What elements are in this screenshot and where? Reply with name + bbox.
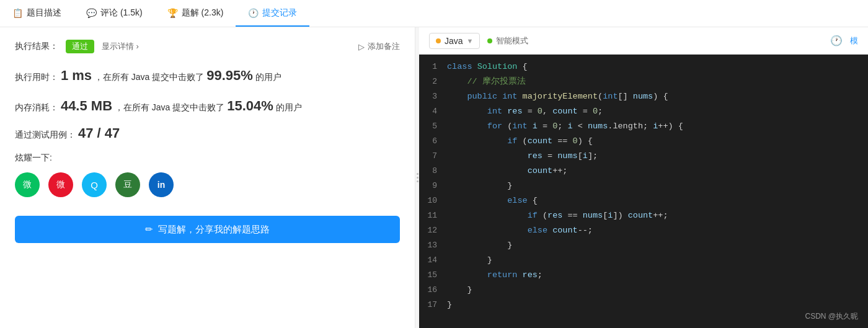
watermark: CSDN @执久昵 [805, 311, 858, 322]
line-number: 2 [419, 74, 447, 89]
line-content: else count--; [447, 223, 868, 238]
line-content: } [447, 179, 868, 193]
mode-text-button[interactable]: 模 [850, 35, 858, 47]
line-number: 10 [419, 193, 447, 208]
right-wrapper: Java ▼ 智能模式 🕐 模 1class Solution {2 // 摩尔… [419, 27, 868, 328]
solutions-icon: 🏆 [167, 8, 178, 18]
editor-toolbar: Java ▼ 智能模式 🕐 模 [419, 27, 868, 55]
toolbar-right: 🕐 模 [830, 35, 858, 47]
result-label: 执行结果： [15, 41, 58, 52]
code-line: 11 if (res == nums[i]) count++; [419, 208, 868, 223]
code-line: 8 count++; [419, 164, 868, 179]
code-line: 12 else count--; [419, 223, 868, 238]
code-line: 9 } [419, 179, 868, 193]
left-panel: 执行结果： 通过 显示详情 › ▷ 添加备注 执行用时： 1 ms ，在所有 J… [0, 27, 415, 328]
tab-bar: 📋 题目描述 💬 评论 (1.5k) 🏆 题解 (2.3k) 🕐 提交记录 [0, 0, 868, 27]
line-content: if (res == nums[i]) count++; [447, 208, 868, 223]
result-detail-link[interactable]: 显示详情 › [102, 41, 139, 52]
submissions-icon: 🕐 [248, 8, 259, 18]
line-number: 13 [419, 238, 447, 253]
timer-icon[interactable]: 🕐 [830, 35, 843, 47]
line-content: } [447, 298, 868, 312]
tab-solutions[interactable]: 🏆 题解 (2.3k) [155, 0, 236, 27]
add-note-button[interactable]: ▷ 添加备注 [358, 41, 400, 52]
add-note-icon: ▷ [358, 42, 365, 51]
tab-description[interactable]: 📋 题目描述 [0, 0, 74, 27]
line-content: } [447, 238, 868, 253]
line-content: if (count == 0) { [447, 134, 868, 149]
smart-mode-dot [487, 38, 492, 43]
line-content: } [447, 283, 868, 298]
drag-dots [417, 173, 418, 182]
line-content: int res = 0, count = 0; [447, 104, 868, 119]
code-line: 6 if (count == 0) { [419, 134, 868, 149]
code-line: 10 else { [419, 193, 868, 208]
line-content: count++; [447, 164, 868, 179]
line-number: 7 [419, 149, 447, 164]
line-content: // 摩尔投票法 [447, 74, 868, 89]
code-line: 5 for (int i = 0; i < nums.length; i++) … [419, 119, 868, 134]
test-cases-row: 通过测试用例： 47 / 47 [15, 125, 400, 141]
main-layout: 执行结果： 通过 显示详情 › ▷ 添加备注 执行用时： 1 ms ，在所有 J… [0, 27, 868, 328]
line-number: 16 [419, 283, 447, 298]
code-line: 1class Solution { [419, 60, 868, 74]
line-content: return res; [447, 268, 868, 283]
line-number: 11 [419, 208, 447, 223]
line-number: 5 [419, 119, 447, 134]
line-number: 12 [419, 223, 447, 238]
comments-icon: 💬 [86, 8, 97, 18]
line-content: public int majorityElement(int[] nums) { [447, 89, 868, 104]
line-number: 8 [419, 164, 447, 179]
line-number: 1 [419, 60, 447, 74]
time-stat-row: 执行用时： 1 ms ，在所有 Java 提交中击败了 99.95% 的用户 [15, 64, 400, 86]
write-icon: ✏ [145, 224, 153, 235]
share-label: 炫耀一下: [15, 153, 400, 164]
qq-share-button[interactable]: Q [82, 172, 107, 197]
social-icons-row: 微 微 Q 豆 in [15, 172, 400, 197]
line-number: 3 [419, 89, 447, 104]
code-line: 16 } [419, 283, 868, 298]
java-lang-dot [436, 38, 441, 43]
code-line: 2 // 摩尔投票法 [419, 74, 868, 89]
write-solution-button[interactable]: ✏ 写题解，分享我的解题思路 [15, 216, 400, 243]
line-content: for (int i = 0; i < nums.length; i++) { [447, 119, 868, 134]
line-number: 9 [419, 179, 447, 193]
weibo-share-button[interactable]: 微 [48, 172, 73, 197]
language-selector[interactable]: Java ▼ [429, 33, 480, 49]
douban-share-button[interactable]: 豆 [115, 172, 140, 197]
line-content: class Solution { [447, 60, 868, 74]
description-icon: 📋 [12, 8, 23, 18]
result-status-badge: 通过 [66, 40, 94, 53]
line-number: 15 [419, 268, 447, 283]
code-line: 3 public int majorityElement(int[] nums)… [419, 89, 868, 104]
line-content: res = nums[i]; [447, 149, 868, 164]
smart-mode-indicator: 智能模式 [487, 35, 528, 47]
code-line: 17} [419, 298, 868, 312]
code-line: 13 } [419, 238, 868, 253]
result-row: 执行结果： 通过 显示详情 › ▷ 添加备注 [15, 40, 400, 53]
line-number: 4 [419, 104, 447, 119]
code-line: 7 res = nums[i]; [419, 149, 868, 164]
line-number: 17 [419, 298, 447, 312]
tab-comments[interactable]: 💬 评论 (1.5k) [74, 0, 155, 27]
line-content: else { [447, 193, 868, 208]
line-number: 6 [419, 134, 447, 149]
code-line: 15 return res; [419, 268, 868, 283]
tab-submissions[interactable]: 🕐 提交记录 [236, 0, 309, 27]
memory-stat-row: 内存消耗： 44.5 MB ，在所有 Java 提交中击败了 15.04% 的用… [15, 95, 400, 117]
wechat-share-button[interactable]: 微 [15, 172, 40, 197]
code-line: 4 int res = 0, count = 0; [419, 104, 868, 119]
code-line: 14 } [419, 253, 868, 268]
line-number: 14 [419, 253, 447, 268]
line-content: } [447, 253, 868, 268]
linkedin-share-button[interactable]: in [149, 172, 174, 197]
language-label: Java [445, 36, 463, 46]
lang-dropdown-icon: ▼ [467, 37, 474, 45]
code-editor[interactable]: 1class Solution {2 // 摩尔投票法3 public int … [419, 55, 868, 328]
